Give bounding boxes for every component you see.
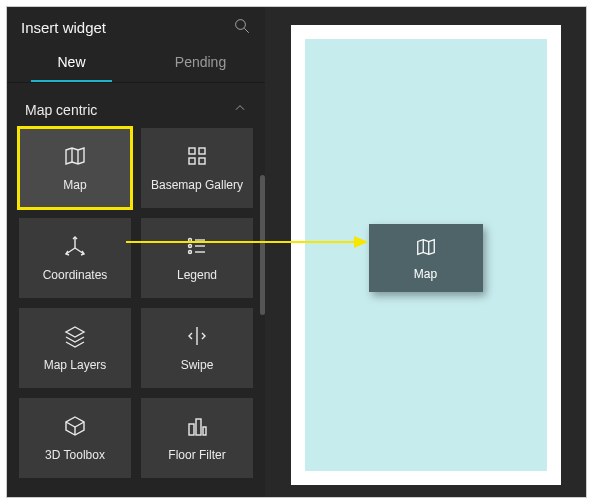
svg-rect-5	[199, 148, 205, 154]
swipe-icon	[185, 324, 209, 351]
widget-label: Legend	[171, 269, 223, 283]
buildings-icon	[185, 414, 209, 441]
svg-point-13	[189, 250, 192, 253]
tab-pending[interactable]: Pending	[136, 44, 265, 82]
svg-line-1	[244, 28, 249, 33]
widget-label: Floor Filter	[162, 449, 231, 463]
drag-ghost-label: Map	[414, 267, 437, 281]
widget-tile-legend[interactable]: Legend	[141, 218, 253, 298]
svg-marker-17	[66, 327, 84, 337]
svg-point-12	[189, 244, 192, 247]
widget-label: Swipe	[175, 359, 220, 373]
search-icon[interactable]	[233, 17, 251, 38]
page-frame[interactable]: Map	[291, 25, 561, 485]
scrollbar-thumb[interactable]	[260, 175, 265, 315]
widget-label: Map Layers	[38, 359, 113, 373]
svg-rect-20	[189, 424, 194, 435]
widget-tile-3d-toolbox[interactable]: 3D Toolbox	[19, 398, 131, 478]
cube-icon	[63, 414, 87, 441]
svg-rect-7	[199, 158, 205, 164]
map-icon	[415, 236, 437, 261]
svg-rect-6	[189, 158, 195, 164]
widget-tile-swipe[interactable]: Swipe	[141, 308, 253, 388]
widget-tile-map[interactable]: Map	[19, 128, 131, 208]
axes-icon	[63, 234, 87, 261]
chevron-up-icon	[233, 101, 247, 118]
widget-tile-floor-filter[interactable]: Floor Filter	[141, 398, 253, 478]
tab-new[interactable]: New	[7, 44, 136, 82]
svg-rect-22	[203, 427, 206, 435]
panel-title: Insert widget	[21, 19, 106, 36]
insert-widget-panel: Insert widget New Pending Map centric	[7, 7, 265, 497]
svg-rect-4	[189, 148, 195, 154]
widget-tile-basemap-gallery[interactable]: Basemap Gallery	[141, 128, 253, 208]
panel-header: Insert widget	[7, 7, 265, 44]
design-canvas[interactable]: Map	[265, 7, 586, 497]
svg-point-11	[189, 238, 192, 241]
section-header-map-centric[interactable]: Map centric	[19, 83, 253, 128]
panel-tabs: New Pending	[7, 44, 265, 83]
panel-body: Map centric Map Basemap Gallery	[7, 83, 265, 497]
layers-icon	[63, 324, 87, 351]
drag-ghost-map[interactable]: Map	[369, 224, 483, 292]
section-title: Map centric	[25, 102, 97, 118]
widget-grid: Map Basemap Gallery Coordinates	[19, 128, 253, 488]
grid-icon	[185, 144, 209, 171]
widget-label: Map	[57, 179, 92, 193]
widget-label: 3D Toolbox	[39, 449, 111, 463]
app-frame: Insert widget New Pending Map centric	[6, 6, 587, 498]
widget-label: Coordinates	[37, 269, 114, 283]
widget-tile-map-layers[interactable]: Map Layers	[19, 308, 131, 388]
svg-rect-21	[196, 419, 201, 435]
svg-point-0	[236, 20, 246, 30]
map-icon	[63, 144, 87, 171]
widget-tile-coordinates[interactable]: Coordinates	[19, 218, 131, 298]
list-icon	[185, 234, 209, 261]
page-content-area[interactable]: Map	[305, 39, 547, 471]
widget-label: Basemap Gallery	[145, 179, 249, 193]
